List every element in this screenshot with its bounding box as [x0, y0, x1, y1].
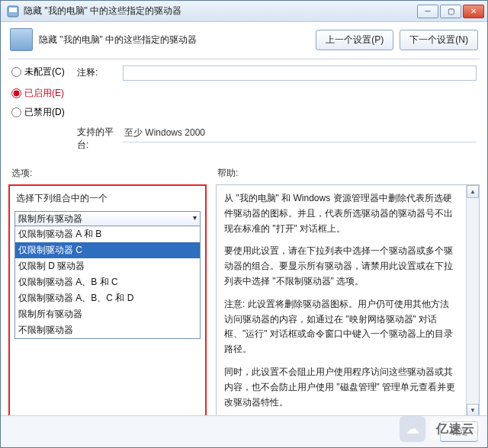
- config-area: 未配置(C) 注释: 已启用(E) 已禁用(D) 支持的平台: 至少 Windo…: [1, 59, 487, 161]
- help-text: 要使用此设置，请在下拉列表中选择一个驱动器或多个驱动器的组合。要显示所有驱动器，…: [224, 244, 458, 289]
- help-label: 帮助:: [217, 167, 238, 180]
- section-labels: 选项: 帮助:: [1, 161, 487, 181]
- ok-button[interactable]: 确定: [440, 421, 478, 442]
- policy-editor-window: 隐藏 "我的电脑" 中的这些指定的驱动器 ─ ▢ ✕ 隐藏 "我的电脑" 中的这…: [0, 0, 488, 448]
- combo-dropdown: 仅限制驱动器 A 和 B 仅限制驱动器 C 仅限制 D 驱动器 仅限制驱动器 A…: [14, 226, 201, 339]
- policy-icon: [10, 28, 33, 51]
- help-text: 从 "我的电脑" 和 Windows 资源管理器中删除代表所选硬件驱动器的图标。…: [224, 191, 458, 236]
- footer: 确定 ☁ 亿速云: [1, 415, 487, 447]
- drive-combo[interactable]: 限制所有驱动器 仅限制驱动器 A 和 B 仅限制驱动器 C 仅限制 D 驱动器 …: [14, 211, 201, 339]
- app-icon: [7, 5, 19, 18]
- help-text: 注意: 此设置将删除驱动器图标。用户仍可使用其他方法访问驱动器的内容，如通过在 …: [224, 297, 458, 357]
- help-pane: 从 "我的电脑" 和 Windows 资源管理器中删除代表所选硬件驱动器的图标。…: [216, 184, 480, 418]
- cloud-icon: ☁: [400, 416, 425, 442]
- combo-option[interactable]: 不限制驱动器: [15, 322, 200, 338]
- svg-rect-1: [9, 8, 17, 12]
- radio-not-configured[interactable]: 未配置(C): [11, 66, 77, 78]
- policy-title: 隐藏 "我的电脑" 中的这些指定的驱动器: [39, 34, 316, 46]
- options-label: 选项:: [11, 167, 217, 180]
- combo-option[interactable]: 仅限制驱动器 A、B、C 和 D: [15, 290, 200, 306]
- next-setting-button[interactable]: 下一个设置(N): [400, 30, 478, 50]
- close-button[interactable]: ✕: [463, 5, 484, 18]
- options-pane: 选择下列组合中的一个 限制所有驱动器 仅限制驱动器 A 和 B 仅限制驱动器 C…: [8, 184, 207, 418]
- content-row: 选择下列组合中的一个 限制所有驱动器 仅限制驱动器 A 和 B 仅限制驱动器 C…: [1, 181, 487, 424]
- help-text: 同时，此设置不会阻止用户使用程序访问这些驱动器或其内容，也不会防止用户使用 "磁…: [224, 365, 458, 410]
- titlebar: 隐藏 "我的电脑" 中的这些指定的驱动器 ─ ▢ ✕: [1, 1, 487, 22]
- comment-label: 注释:: [77, 66, 123, 79]
- combo-prompt: 选择下列组合中的一个: [16, 192, 201, 205]
- combo-option[interactable]: 仅限制 D 驱动器: [15, 258, 200, 274]
- window-title: 隐藏 "我的电脑" 中的这些指定的驱动器: [24, 5, 417, 18]
- scroll-up-icon[interactable]: ▲: [467, 185, 479, 198]
- combo-option[interactable]: 仅限制驱动器 A、B 和 C: [15, 274, 200, 290]
- platform-value: 至少 Windows 2000: [123, 125, 477, 142]
- header-row: 隐藏 "我的电脑" 中的这些指定的驱动器 上一个设置(P) 下一个设置(N): [1, 22, 487, 59]
- maximize-button[interactable]: ▢: [440, 5, 461, 18]
- combo-option[interactable]: 限制所有驱动器: [15, 306, 200, 322]
- comment-input[interactable]: [123, 66, 477, 81]
- platform-label: 支持的平台:: [77, 125, 123, 152]
- radio-disabled[interactable]: 已禁用(D): [11, 106, 77, 119]
- combo-option[interactable]: 仅限制驱动器 C: [15, 242, 200, 258]
- prev-setting-button[interactable]: 上一个设置(P): [316, 30, 393, 50]
- combo-selected[interactable]: 限制所有驱动器: [14, 211, 201, 226]
- highlight-frame: 选择下列组合中的一个 限制所有驱动器 仅限制驱动器 A 和 B 仅限制驱动器 C…: [8, 184, 207, 418]
- combo-option[interactable]: 仅限制驱动器 A 和 B: [15, 226, 200, 242]
- minimize-button[interactable]: ─: [417, 5, 438, 18]
- scrollbar[interactable]: ▲ ▼: [466, 185, 479, 417]
- radio-enabled[interactable]: 已启用(E): [11, 87, 77, 100]
